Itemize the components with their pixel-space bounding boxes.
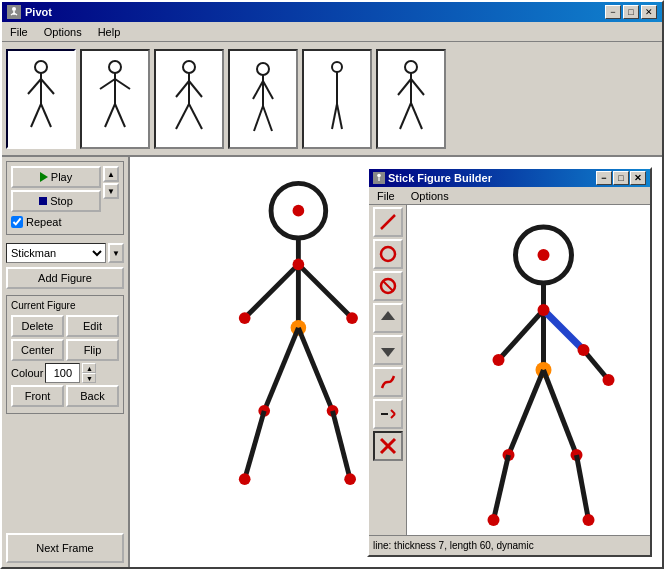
menu-bar: File Options Help xyxy=(2,22,662,42)
frame-thumb-6[interactable] xyxy=(376,49,446,149)
delete-tool-button[interactable] xyxy=(373,271,403,301)
front-button[interactable]: Front xyxy=(11,385,64,407)
svg-line-8 xyxy=(31,104,41,127)
menu-help[interactable]: Help xyxy=(94,25,125,39)
scroll-down-button[interactable]: ▼ xyxy=(103,183,119,199)
svg-line-54 xyxy=(333,411,351,479)
maximize-button[interactable]: □ xyxy=(623,5,639,19)
center-button[interactable]: Center xyxy=(11,339,64,361)
next-frame-button[interactable]: Next Frame xyxy=(6,533,124,563)
flip-button[interactable]: Flip xyxy=(66,339,119,361)
frame-thumb-1[interactable] xyxy=(6,49,76,149)
svg-point-84 xyxy=(603,374,615,386)
sfb-title: Stick Figure Builder xyxy=(388,172,492,184)
svg-line-9 xyxy=(41,104,51,127)
colour-row: Colour ▲ ▼ xyxy=(11,363,119,383)
colour-up-button[interactable]: ▲ xyxy=(82,363,96,373)
colour-down-button[interactable]: ▼ xyxy=(82,373,96,383)
scroll-up-button[interactable]: ▲ xyxy=(103,166,119,182)
repeat-checkbox[interactable] xyxy=(11,216,23,228)
svg-line-52 xyxy=(298,328,332,411)
title-bar-left: Pivot xyxy=(7,5,52,19)
line-tool-button[interactable] xyxy=(373,207,403,237)
sfb-close-button[interactable]: ✕ xyxy=(630,171,646,185)
svg-point-85 xyxy=(538,304,550,316)
sfb-status: line: thickness 7, length 60, dynamic xyxy=(369,535,650,555)
current-figure-group: Current Figure Delete Edit Center Flip C… xyxy=(6,295,124,414)
figure-dropdown-button[interactable]: ▼ xyxy=(108,243,124,263)
figure-select-row: Stickman ▼ xyxy=(6,243,124,263)
svg-point-51 xyxy=(239,473,251,485)
svg-line-88 xyxy=(509,370,544,455)
edit-button[interactable]: Edit xyxy=(66,315,119,337)
svg-line-20 xyxy=(176,104,189,129)
frame-thumb-3[interactable] xyxy=(154,49,224,149)
svg-point-55 xyxy=(344,473,356,485)
current-figure-label: Current Figure xyxy=(11,300,119,311)
sfb-menu-bar: File Options xyxy=(369,187,650,205)
svg-point-28 xyxy=(332,62,342,72)
delete-button[interactable]: Delete xyxy=(11,315,64,337)
frame-thumb-5[interactable] xyxy=(302,49,372,149)
sfb-menu-options[interactable]: Options xyxy=(407,189,453,203)
back-button[interactable]: Back xyxy=(66,385,119,407)
svg-line-14 xyxy=(105,104,115,127)
minimize-button[interactable]: − xyxy=(605,5,621,19)
svg-line-48 xyxy=(264,328,298,411)
svg-line-21 xyxy=(189,104,202,129)
svg-line-15 xyxy=(115,104,125,127)
frame-thumb-4[interactable] xyxy=(228,49,298,149)
play-button[interactable]: Play xyxy=(11,166,101,188)
svg-point-0 xyxy=(12,7,16,11)
canvas-area[interactable]: Stick Figure Builder − □ ✕ File Options xyxy=(130,157,662,567)
svg-line-6 xyxy=(28,79,41,94)
svg-point-91 xyxy=(488,514,500,526)
svg-point-10 xyxy=(109,61,121,73)
delete-all-tool-button[interactable] xyxy=(373,431,403,461)
title-bar: Pivot − □ ✕ xyxy=(2,2,662,22)
delete-edit-row: Delete Edit xyxy=(11,315,119,337)
menu-file[interactable]: File xyxy=(6,25,32,39)
svg-line-35 xyxy=(398,79,411,95)
svg-line-32 xyxy=(337,104,342,129)
close-button[interactable]: ✕ xyxy=(641,5,657,19)
svg-marker-70 xyxy=(381,311,395,320)
center-flip-row: Center Flip xyxy=(11,339,119,361)
svg-line-94 xyxy=(577,455,589,520)
move-down-tool-button[interactable] xyxy=(373,335,403,365)
stop-button[interactable]: Stop xyxy=(11,190,101,212)
split-tool-button[interactable] xyxy=(373,399,403,429)
svg-point-43 xyxy=(239,312,251,324)
svg-line-66 xyxy=(381,215,395,229)
sfb-status-text: line: thickness 7, length 60, dynamic xyxy=(373,540,534,551)
frame-strip xyxy=(2,42,662,157)
svg-line-69 xyxy=(383,281,393,291)
svg-point-33 xyxy=(405,61,417,73)
sfb-menu-file[interactable]: File xyxy=(373,189,399,203)
svg-line-19 xyxy=(189,81,202,97)
frame-thumb-2[interactable] xyxy=(80,49,150,149)
figure-select[interactable]: Stickman xyxy=(6,243,106,263)
svg-line-26 xyxy=(254,106,263,131)
sfb-title-bar: Stick Figure Builder − □ ✕ xyxy=(369,169,650,187)
sfb-minimize-button[interactable]: − xyxy=(596,171,612,185)
dynamic-tool-button[interactable] xyxy=(373,367,403,397)
svg-line-31 xyxy=(332,104,337,129)
circle-tool-button[interactable] xyxy=(373,239,403,269)
svg-line-25 xyxy=(263,81,273,99)
svg-line-42 xyxy=(245,264,299,318)
svg-line-74 xyxy=(391,414,395,418)
colour-spinner: ▲ ▼ xyxy=(82,363,96,383)
svg-line-80 xyxy=(499,310,544,360)
main-area: Play Stop Repeat ▲ ▼ xyxy=(2,157,662,567)
add-figure-button[interactable]: Add Figure xyxy=(6,267,124,289)
playback-section: Play Stop Repeat ▲ ▼ xyxy=(6,161,124,235)
move-up-tool-button[interactable] xyxy=(373,303,403,333)
colour-input[interactable] xyxy=(45,363,80,383)
sfb-content xyxy=(369,205,650,535)
menu-options[interactable]: Options xyxy=(40,25,86,39)
sfb-canvas[interactable] xyxy=(407,205,650,535)
sfb-maximize-button[interactable]: □ xyxy=(613,171,629,185)
svg-line-36 xyxy=(411,79,424,95)
svg-line-82 xyxy=(544,310,584,350)
